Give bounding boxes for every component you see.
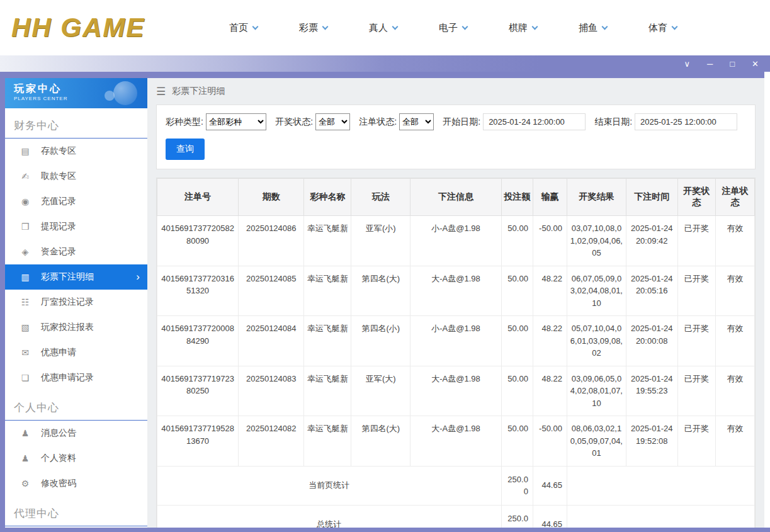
nav-item-sports[interactable]: 体育 xyxy=(628,22,698,34)
summary-empty xyxy=(567,505,754,528)
nav-item-home[interactable]: 首页 xyxy=(208,22,278,34)
cell-bet-info: 大-A盘@1.98 xyxy=(410,266,501,316)
cell-bet-info: 大-A盘@1.98 xyxy=(410,366,501,416)
cell-lottery-name: 幸运飞艇新 xyxy=(304,266,351,316)
summary-winloss: 44.65 xyxy=(533,505,567,528)
cell-bet-info: 小-A盘@1.98 xyxy=(410,216,501,266)
nav-item-fishing[interactable]: 捕鱼 xyxy=(558,22,628,34)
nav-item-lottery[interactable]: 彩票 xyxy=(278,22,348,34)
cell-bet-id: 401569173771952813670 xyxy=(157,416,239,467)
funds-record-icon: ◈ xyxy=(20,247,30,257)
cell-winloss: -50.00 xyxy=(533,416,567,467)
nav-item-label: 捕鱼 xyxy=(579,22,597,34)
chevron-down-icon xyxy=(322,23,329,30)
column-header: 注单状态 xyxy=(716,179,755,216)
cell-order-status: 有效 xyxy=(716,366,755,416)
sidebar-item-label: 优惠申请记录 xyxy=(41,372,94,383)
cell-winloss: -50.00 xyxy=(533,216,567,266)
cell-lottery-name: 幸运飞艇新 xyxy=(304,366,351,416)
cell-play: 第四名(小) xyxy=(351,316,410,366)
order-status-select[interactable]: 全部 xyxy=(399,113,434,130)
sidebar-item-label: 取款专区 xyxy=(41,171,76,182)
cell-draw-result: 06,07,05,09,03,02,04,08,01,10 xyxy=(567,266,626,316)
nav-item-label: 电子 xyxy=(439,22,458,34)
window-close-icon[interactable]: ✕ xyxy=(752,60,759,68)
cell-bet-time: 2025-01-24 20:00:08 xyxy=(626,316,677,366)
window-titlebar: ∨ ─ □ ✕ xyxy=(0,55,770,72)
sidebar-item-funds-record[interactable]: ◈资金记录 xyxy=(5,239,147,264)
brand-logo[interactable]: HH GAME xyxy=(11,13,197,43)
cell-play: 亚军(大) xyxy=(351,366,410,416)
sidebar-item-lottery-bet-detail[interactable]: ▥彩票下注明细› xyxy=(5,264,147,290)
lottery-type-select[interactable]: 全部彩种 xyxy=(206,113,266,130)
cell-play: 第四名(大) xyxy=(351,266,410,316)
bets-table-panel: 注单号期数彩种名称玩法下注信息投注额输赢开奖结果下注时间开奖状态注单状态 401… xyxy=(156,178,756,528)
column-header: 输赢 xyxy=(533,179,567,216)
globe-decoration-icon xyxy=(113,81,137,105)
cashout-record-icon: ❒ xyxy=(20,222,30,232)
page-title: 彩票下注明细 xyxy=(172,86,225,97)
cell-draw-status: 已开奖 xyxy=(677,216,716,266)
cell-amount: 50.00 xyxy=(501,366,533,416)
order-status-label: 注单状态: xyxy=(359,116,397,128)
sidebar-item-label: 个人资料 xyxy=(41,453,76,464)
window-dropdown-icon[interactable]: ∨ xyxy=(684,60,691,68)
cell-play: 第四名(大) xyxy=(351,416,410,467)
sidebar-item-withdraw[interactable]: ✍取款专区 xyxy=(5,164,147,189)
cell-amount: 50.00 xyxy=(501,216,533,266)
sidebar-item-profile[interactable]: ♟个人资料 xyxy=(5,446,147,471)
sidebar-item-label: 充值记录 xyxy=(41,196,76,207)
sidebar-item-announcements[interactable]: ♟消息公告 xyxy=(5,421,147,446)
announcement-icon: ♟ xyxy=(20,428,30,438)
cell-order-status: 有效 xyxy=(716,216,755,266)
start-date-label: 开始日期: xyxy=(443,116,480,128)
lottery-type-label: 彩种类型: xyxy=(166,116,203,128)
start-date-input[interactable] xyxy=(483,113,586,130)
draw-status-select[interactable]: 全部 xyxy=(315,113,350,130)
sidebar-item-player-bet-report[interactable]: ▧玩家投注报表 xyxy=(5,315,147,340)
cell-draw-result: 03,09,06,05,04,02,08,01,07,10 xyxy=(567,366,626,416)
cell-order-status: 有效 xyxy=(716,316,755,366)
nav-item-label: 体育 xyxy=(648,22,667,34)
column-header: 开奖结果 xyxy=(567,179,626,216)
deposit-icon: ▤ xyxy=(20,146,30,156)
cell-draw-status: 已开奖 xyxy=(677,266,716,316)
column-header: 玩法 xyxy=(351,179,410,216)
cell-period: 20250124083 xyxy=(239,366,304,416)
nav-item-live[interactable]: 真人 xyxy=(348,22,418,34)
cell-draw-result: 05,07,10,04,06,01,03,09,08,02 xyxy=(567,316,626,366)
table-row: 40156917377200088429020250124084幸运飞艇新第四名… xyxy=(157,316,755,366)
window-minimize-icon[interactable]: ─ xyxy=(707,60,713,68)
filter-panel: 彩种类型: 全部彩种 开奖状态: 全部 注单状态: 全部 开始日期: 结束日期: xyxy=(156,105,756,169)
player-bet-report-icon: ▧ xyxy=(20,322,30,332)
query-button[interactable]: 查询 xyxy=(166,139,205,160)
sidebar-menu: 财务中心▤存款专区✍取款专区◉充值记录❒提现记录◈资金记录▥彩票下注明细›☷厅室… xyxy=(5,108,147,526)
sidebar-item-hall-bet-record[interactable]: ☷厅室投注记录 xyxy=(5,290,147,315)
window-maximize-icon[interactable]: □ xyxy=(730,60,735,68)
cell-amount: 50.00 xyxy=(501,316,533,366)
sidebar-item-deposit[interactable]: ▤存款专区 xyxy=(5,139,147,164)
end-date-input[interactable] xyxy=(635,113,737,130)
sidebar-item-label: 厅室投注记录 xyxy=(41,297,94,308)
recharge-record-icon: ◉ xyxy=(20,196,30,207)
nav-item-slots[interactable]: 电子 xyxy=(418,22,488,34)
nav-item-label: 棋牌 xyxy=(509,22,528,34)
cell-bet-info: 小-A盘@1.98 xyxy=(410,316,501,366)
chevron-down-icon xyxy=(602,23,608,30)
sidebar-item-promo-apply[interactable]: ✉优惠申请 xyxy=(5,340,147,365)
nav-item-cards[interactable]: 棋牌 xyxy=(488,22,558,34)
cell-bet-time: 2025-01-24 20:09:42 xyxy=(626,216,677,266)
sidebar-item-recharge-record[interactable]: ◉充值记录 xyxy=(5,189,147,214)
table-head: 注单号期数彩种名称玩法下注信息投注额输赢开奖结果下注时间开奖状态注单状态 xyxy=(157,179,755,216)
sidebar-item-change-password[interactable]: ⚙修改密码 xyxy=(5,471,147,496)
cell-period: 20250124086 xyxy=(239,216,304,266)
summary-label: 总统计 xyxy=(157,505,502,528)
globe-decoration-small-icon xyxy=(105,91,115,101)
menu-toggle-icon[interactable]: ☰ xyxy=(156,85,166,98)
sidebar-item-cashout-record[interactable]: ❒提现记录 xyxy=(5,214,147,239)
cell-draw-result: 08,06,03,02,10,05,09,07,04,01 xyxy=(567,416,626,467)
sidebar-item-promo-apply-record[interactable]: ❏优惠申请记录 xyxy=(5,365,147,390)
promo-apply-icon: ✉ xyxy=(20,348,30,358)
cell-winloss: 48.22 xyxy=(533,266,567,316)
column-header: 下注时间 xyxy=(626,179,677,216)
